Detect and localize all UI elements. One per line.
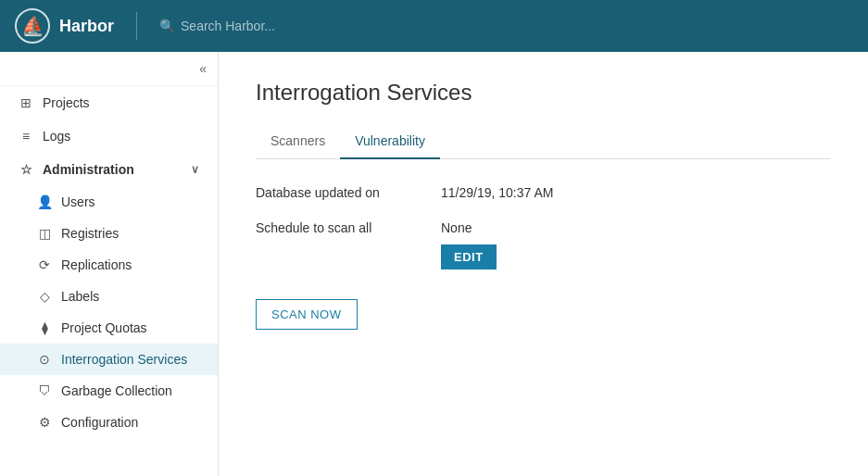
page-title: Interrogation Services bbox=[256, 80, 831, 106]
project-quotas-icon: ⧫ bbox=[37, 320, 52, 335]
sidebar-item-projects[interactable]: ⊞ Projects bbox=[0, 86, 218, 119]
sidebar-item-interrogation-services[interactable]: ⊙ Interrogation Services bbox=[0, 344, 218, 375]
sidebar-collapse-button[interactable]: « bbox=[199, 61, 207, 76]
tab-scanners[interactable]: Scanners bbox=[256, 124, 340, 159]
chevron-down-icon: ∨ bbox=[191, 163, 199, 176]
db-updated-value: 11/29/19, 10:37 AM bbox=[441, 185, 553, 200]
search-placeholder: Search Harbor... bbox=[181, 19, 275, 33]
logs-icon: ≡ bbox=[19, 129, 33, 144]
schedule-label: Schedule to scan all bbox=[256, 220, 441, 235]
sidebar: « ⊞ Projects ≡ Logs ☆ Administration ∨ 👤… bbox=[0, 52, 219, 476]
replications-icon: ⟳ bbox=[37, 257, 52, 272]
sidebar-item-configuration[interactable]: ⚙ Configuration bbox=[0, 407, 218, 438]
app-name: Harbor bbox=[59, 17, 114, 36]
sidebar-item-label: Interrogation Services bbox=[61, 352, 187, 367]
sidebar-item-project-quotas[interactable]: ⧫ Project Quotas bbox=[0, 312, 218, 344]
admin-sub-items: 👤 Users ◫ Registries ⟳ Replications ◇ La… bbox=[0, 186, 218, 438]
sidebar-item-logs[interactable]: ≡ Logs bbox=[0, 119, 218, 153]
db-updated-label: Database updated on bbox=[256, 185, 441, 200]
sidebar-item-label: Configuration bbox=[61, 415, 138, 430]
app-logo[interactable]: ⛵ Harbor bbox=[15, 8, 114, 44]
nav-divider bbox=[136, 12, 137, 40]
administration-label: Administration bbox=[43, 162, 134, 177]
main-content: Interrogation Services Scanners Vulnerab… bbox=[219, 52, 868, 476]
sidebar-item-label: Projects bbox=[43, 95, 90, 110]
top-navigation: ⛵ Harbor 🔍 Search Harbor... bbox=[0, 0, 868, 52]
sidebar-item-garbage-collection[interactable]: ⛉ Garbage Collection bbox=[0, 375, 218, 407]
sidebar-item-label: Garbage Collection bbox=[61, 383, 172, 398]
schedule-value: None bbox=[441, 220, 472, 235]
scan-now-button[interactable]: SCAN NOW bbox=[256, 299, 358, 330]
sidebar-item-label: Registries bbox=[61, 226, 119, 241]
logo-icon: ⛵ bbox=[15, 8, 50, 44]
sidebar-item-users[interactable]: 👤 Users bbox=[0, 186, 218, 218]
sidebar-item-label: Labels bbox=[61, 289, 99, 304]
db-updated-row: Database updated on 11/29/19, 10:37 AM bbox=[256, 185, 831, 200]
search-icon: 🔍 bbox=[159, 19, 175, 33]
sidebar-item-registries[interactable]: ◫ Registries bbox=[0, 218, 218, 249]
registries-icon: ◫ bbox=[37, 226, 52, 241]
sidebar-collapse-row: « bbox=[0, 52, 218, 86]
garbage-collection-icon: ⛉ bbox=[37, 383, 52, 398]
sidebar-group-administration[interactable]: ☆ Administration ∨ bbox=[0, 153, 218, 186]
users-icon: 👤 bbox=[37, 194, 52, 209]
sidebar-item-replications[interactable]: ⟳ Replications bbox=[0, 249, 218, 281]
tab-vulnerability[interactable]: Vulnerability bbox=[340, 124, 440, 159]
sidebar-item-label: Project Quotas bbox=[61, 320, 147, 335]
sidebar-item-labels[interactable]: ◇ Labels bbox=[0, 281, 218, 312]
main-layout: « ⊞ Projects ≡ Logs ☆ Administration ∨ 👤… bbox=[0, 52, 868, 476]
edit-button[interactable]: EDIT bbox=[441, 244, 497, 269]
schedule-row: Schedule to scan all None EDIT bbox=[256, 220, 831, 269]
configuration-icon: ⚙ bbox=[37, 415, 52, 430]
projects-icon: ⊞ bbox=[19, 95, 33, 110]
interrogation-services-icon: ⊙ bbox=[37, 352, 52, 367]
sidebar-item-label: Users bbox=[61, 194, 95, 209]
labels-icon: ◇ bbox=[37, 289, 52, 304]
sidebar-item-label: Logs bbox=[43, 129, 70, 144]
tabs: Scanners Vulnerability bbox=[256, 124, 831, 159]
administration-icon: ☆ bbox=[19, 162, 33, 177]
search-box[interactable]: 🔍 Search Harbor... bbox=[159, 19, 275, 33]
scan-now-section: SCAN NOW bbox=[256, 290, 831, 330]
sidebar-item-label: Replications bbox=[61, 257, 132, 272]
